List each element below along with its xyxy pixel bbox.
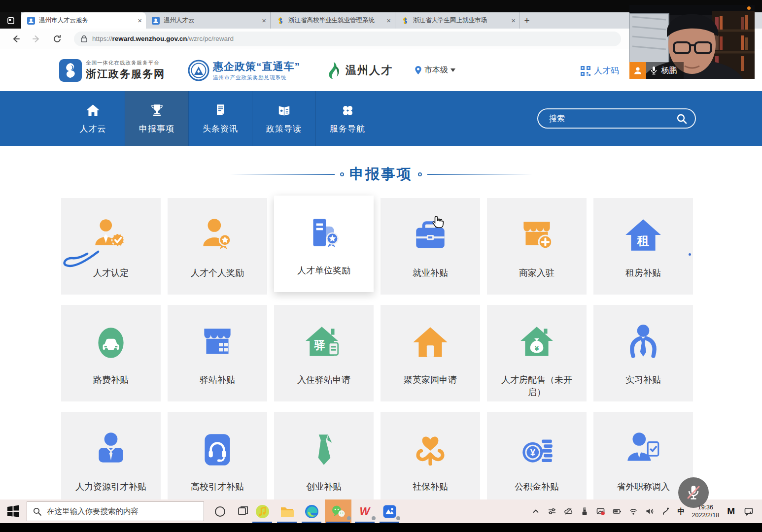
service-card-startup-subsidy[interactable]: 创业补贴 (274, 412, 374, 499)
tab-overview-button[interactable] (0, 12, 21, 29)
site-search-input[interactable] (549, 114, 676, 123)
taskbar-app-meeting[interactable] (378, 499, 401, 523)
policy-express-logo[interactable]: 惠企政策“直通车” 温州市产业政策奖励兑现系统 (188, 60, 300, 81)
service-card-rent-subsidy[interactable]: 租 租房补贴 (593, 198, 693, 295)
nav-item-service-nav[interactable]: 服务导航 (315, 91, 379, 146)
volume-icon[interactable] (645, 507, 654, 516)
service-card-internship-subsidy[interactable]: 实习补贴 (593, 305, 693, 401)
policy-logo-subtitle: 温州市产业政策奖励兑现系统 (213, 74, 300, 81)
wifi-icon[interactable] (629, 507, 638, 516)
section-title: 申报事项 (349, 165, 413, 184)
onedrive-cloud-icon[interactable] (564, 507, 573, 516)
service-card-merchant-entry[interactable]: 商家入驻 (487, 198, 587, 295)
nav-item-news[interactable]: 头条资讯 (188, 91, 252, 146)
service-card-employment-subsidy[interactable]: 就业补贴 (381, 198, 480, 295)
wenzhou-talent-logo[interactable]: 温州人才 (326, 61, 393, 80)
service-card-social-insurance-subsidy[interactable]: 社保补贴 (381, 412, 480, 499)
nav-item-talent-cloud[interactable]: 人才云 (61, 91, 125, 146)
taskbar-search-box[interactable] (27, 501, 204, 521)
battery-icon[interactable] (613, 507, 622, 516)
browser-tab-2[interactable]: 温州人才云 × (146, 12, 271, 29)
location-pin-icon (415, 66, 422, 75)
section-header: 申报事项 (0, 165, 762, 184)
region-label: 市本级 (424, 65, 448, 75)
service-card-juying-home[interactable]: 聚英家园申请 (381, 305, 480, 401)
tray-sliders-icon[interactable] (548, 507, 556, 516)
service-card-personal-reward[interactable]: 人才个人奖励 (168, 198, 267, 295)
refresh-icon[interactable] (52, 34, 62, 44)
ime-logo[interactable]: M (727, 506, 734, 517)
music-app-icon (255, 504, 270, 519)
service-card-talent-certification[interactable]: 人才认定 (61, 198, 161, 295)
screen: 温州市人才云服务 × 温州人才云 × 浙江省高校毕业生就业管理系统 × 浙江省大… (0, 0, 762, 532)
service-card-talent-housing[interactable]: ¥ 人才房配售（未开启） (487, 305, 587, 401)
tab-title: 温州市人才云服务 (39, 16, 135, 25)
browser-tab-1[interactable]: 温州市人才云服务 × (21, 12, 146, 29)
meeting-app-icon (382, 504, 397, 519)
ime-indicator[interactable]: 中 (678, 507, 685, 516)
house-money-icon: ¥ (517, 323, 557, 363)
task-view-icon[interactable] (237, 505, 249, 517)
home-icon (85, 102, 101, 119)
taskbar-app-wechat[interactable] (325, 499, 351, 523)
zhejiang-favicon (277, 17, 284, 25)
notification-icon[interactable] (744, 507, 753, 516)
mute-microphone-button[interactable] (678, 477, 709, 508)
tab-close-icon[interactable]: × (511, 16, 516, 25)
pen-ink-icon[interactable] (661, 507, 670, 516)
divider-dot (418, 172, 422, 176)
taskbar-search-input[interactable] (47, 507, 198, 516)
browser-tab-4[interactable]: 浙江省大学生网上就业市场 × (395, 12, 520, 29)
windows-start-icon[interactable] (7, 505, 20, 518)
grid-petals-icon (340, 102, 356, 119)
service-card-station-checkin[interactable]: 驿 入住驿站申请 (274, 305, 374, 401)
zhejiang-gov-logo[interactable]: 全国一体化在线政务服务平台 浙江政务服务网 (59, 59, 165, 82)
policy-mountain-icon (188, 60, 209, 81)
taskbar-app-explorer[interactable] (276, 499, 298, 523)
gov-logo-title: 浙江政务服务网 (86, 67, 165, 81)
service-card-hr-recruit-subsidy[interactable]: 人力资源引才补贴 (61, 412, 161, 499)
service-card-unit-reward[interactable]: 人才单位奖励 (274, 196, 374, 292)
zhejiang-favicon (401, 17, 409, 25)
divider (427, 174, 532, 175)
taskbar-app-music[interactable] (251, 499, 274, 523)
tab-close-icon[interactable]: × (386, 16, 391, 25)
service-card-travel-subsidy[interactable]: 路费补贴 (61, 305, 161, 401)
house-icon (410, 323, 450, 363)
service-card-university-recruit-subsidy[interactable]: 高校引才补贴 (168, 412, 267, 499)
person-suit-icon (91, 430, 131, 470)
region-selector[interactable]: 市本级 (415, 65, 455, 75)
services-grid: 人才认定 人才个人奖励 人才单位奖励 就业补贴 商家入驻 租 租房补贴 (61, 198, 694, 499)
service-card-station-subsidy[interactable]: 驿站补贴 (168, 305, 267, 401)
usb-device-icon[interactable] (580, 507, 589, 516)
ink-dot (689, 253, 691, 256)
search-icon[interactable] (676, 113, 687, 124)
screenshot-icon[interactable] (596, 507, 605, 516)
new-tab-button[interactable]: + (520, 12, 534, 29)
shop-plus-icon (517, 216, 557, 256)
service-card-title-transfer[interactable]: 省外职称调入 (593, 412, 693, 499)
tab-close-icon[interactable]: × (262, 16, 266, 25)
taskbar-app-wps[interactable]: W (353, 499, 376, 523)
headset-icon (197, 430, 238, 470)
person-doc-icon (623, 430, 663, 470)
edge-browser-icon (305, 504, 319, 519)
nav-item-declarations[interactable]: 申报事项 (125, 91, 188, 146)
tray-expand-icon[interactable] (531, 507, 540, 516)
service-card-housing-fund-subsidy[interactable]: ¥ 公积金补贴 (487, 412, 587, 499)
tab-close-icon[interactable]: × (138, 16, 142, 25)
taskbar-app-edge[interactable] (300, 499, 323, 523)
svg-text:租: 租 (637, 234, 650, 247)
car-icon (91, 323, 131, 363)
browser-tab-3[interactable]: 浙江省高校毕业生就业管理系统 × (271, 12, 395, 29)
site-search-box[interactable] (537, 108, 696, 129)
building-medal-icon (304, 213, 344, 254)
url-bar[interactable]: https://reward.wenzhou.gov.cn/wzrc/pc/re… (74, 32, 621, 46)
cortana-icon[interactable] (215, 506, 225, 517)
person-tie-icon (623, 323, 663, 363)
tab-title: 浙江省高校毕业生就业管理系统 (288, 16, 383, 25)
talent-code-link[interactable]: 人才码 (581, 65, 619, 76)
back-icon[interactable] (11, 34, 21, 44)
nav-item-policy-guide[interactable]: 政策导读 (252, 91, 315, 146)
house-rent-icon: 租 (623, 216, 663, 256)
